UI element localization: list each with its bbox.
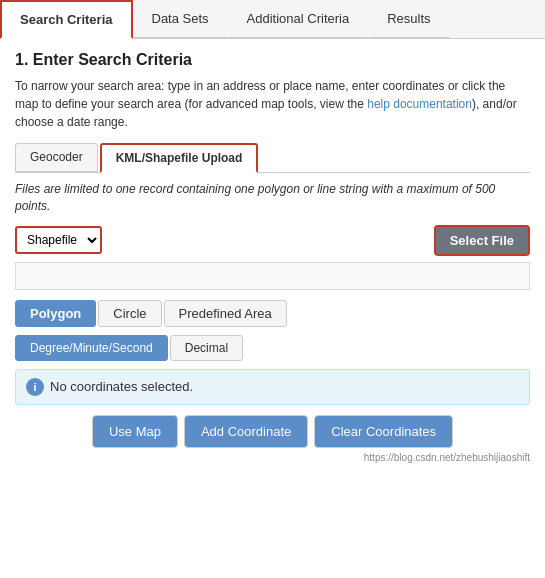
description-text: To narrow your search area: type in an a… xyxy=(15,77,530,131)
no-coords-info: i No coordinates selected. xyxy=(15,369,530,405)
select-file-button[interactable]: Select File xyxy=(434,225,530,256)
coord-tab-bar: Degree/Minute/Second Decimal xyxy=(15,335,530,361)
sub-tab-geocoder[interactable]: Geocoder xyxy=(15,143,98,172)
tab-additional-criteria[interactable]: Additional Criteria xyxy=(228,0,369,38)
tab-results[interactable]: Results xyxy=(368,0,449,38)
shapefile-dropdown[interactable]: Shapefile KML xyxy=(15,226,102,254)
main-content: 1. Enter Search Criteria To narrow your … xyxy=(0,39,545,475)
sub-tab-bar: Geocoder KML/Shapefile Upload xyxy=(15,143,530,173)
file-drop-area[interactable] xyxy=(15,262,530,290)
use-map-button[interactable]: Use Map xyxy=(92,415,178,448)
footer-url: https://blog.csdn.net/zhebushijiaoshift xyxy=(15,452,530,463)
file-controls: Shapefile KML Select File xyxy=(15,225,530,256)
info-icon: i xyxy=(26,378,44,396)
no-coords-text: No coordinates selected. xyxy=(50,379,193,394)
action-buttons-row: Use Map Add Coordinate Clear Coordinates xyxy=(15,415,530,448)
tab-search-criteria[interactable]: Search Criteria xyxy=(0,0,133,39)
shape-tab-bar: Polygon Circle Predefined Area xyxy=(15,300,530,327)
shape-tab-polygon[interactable]: Polygon xyxy=(15,300,96,327)
tab-data-sets[interactable]: Data Sets xyxy=(133,0,228,38)
coord-tab-dms[interactable]: Degree/Minute/Second xyxy=(15,335,168,361)
help-link[interactable]: help documentation xyxy=(367,97,472,111)
file-note: Files are limited to one record containi… xyxy=(15,181,530,215)
shape-tab-circle[interactable]: Circle xyxy=(98,300,161,327)
shape-tab-predefined[interactable]: Predefined Area xyxy=(164,300,287,327)
sub-tab-kml[interactable]: KML/Shapefile Upload xyxy=(100,143,259,173)
coord-tab-decimal[interactable]: Decimal xyxy=(170,335,243,361)
add-coordinate-button[interactable]: Add Coordinate xyxy=(184,415,308,448)
main-tab-bar: Search Criteria Data Sets Additional Cri… xyxy=(0,0,545,39)
page-heading: 1. Enter Search Criteria xyxy=(15,51,530,69)
clear-coordinates-button[interactable]: Clear Coordinates xyxy=(314,415,453,448)
